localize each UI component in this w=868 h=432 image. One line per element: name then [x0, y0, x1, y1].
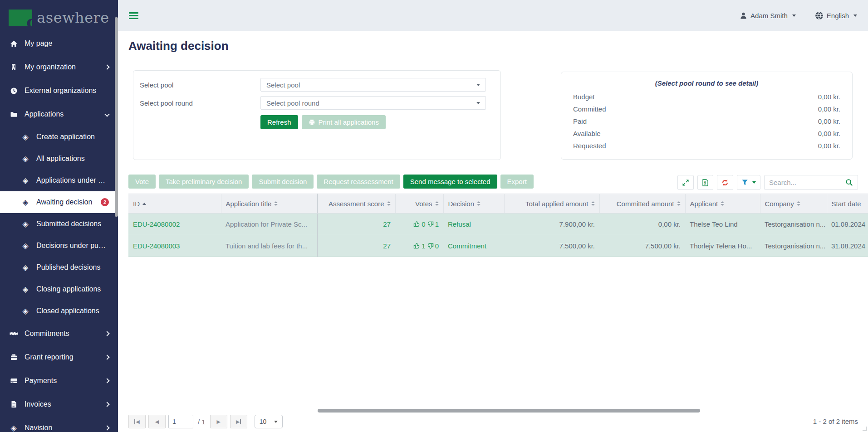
search-icon[interactable]	[845, 179, 853, 186]
sidebar-item-applications-under-assessment[interactable]: ◈ Applications under asse...	[0, 170, 118, 191]
sidebar-item-awaiting-decision[interactable]: ◈ Awaiting decision 2	[0, 191, 118, 213]
sidebar-item-external-organizations[interactable]: External organizations	[0, 79, 118, 102]
send-message-to-selected-button[interactable]: Send message to selected	[403, 175, 497, 189]
budget-label: Budget	[573, 93, 595, 101]
sidebar-item-closed-applications[interactable]: ◈ Closed applications	[0, 300, 118, 322]
filter-button[interactable]	[737, 175, 760, 190]
sidebar-item-grant-reporting[interactable]: Grant reporting	[0, 345, 118, 369]
menu-toggle-icon[interactable]	[129, 12, 138, 19]
caret-down-icon	[853, 15, 857, 17]
applicant-cell: Thorlejv Telena Ho...	[685, 235, 760, 257]
handshake-icon	[9, 330, 18, 337]
user-name: Adam Smith	[750, 12, 788, 19]
column-header-assessment-score[interactable]: Assessment score	[317, 194, 395, 214]
take-preliminary-decision-button[interactable]: Take preliminary decision	[159, 175, 249, 189]
sidebar-item-payments[interactable]: Payments	[0, 369, 118, 393]
previous-page-button[interactable]: ◀	[148, 415, 166, 428]
column-header-total-applied-amount[interactable]: Total applied amount	[504, 194, 599, 214]
refresh-button[interactable]: Refresh	[260, 115, 298, 129]
globe-icon	[9, 87, 18, 95]
first-page-button[interactable]: ◀	[128, 415, 146, 428]
column-header-decision[interactable]: Decision	[443, 194, 504, 214]
sidebar-item-decisions-under-publishing[interactable]: ◈ Decisions under publish...	[0, 235, 118, 257]
select-pool-label: Select pool	[140, 81, 260, 89]
column-header-application-title[interactable]: Application title	[221, 194, 317, 214]
budget-panel: (Select pool round to see detail) Budget…	[561, 72, 853, 160]
page-number-input[interactable]	[168, 415, 193, 428]
votes-cell: 1 0	[395, 235, 443, 257]
last-page-button[interactable]: ▶	[230, 415, 247, 428]
main-content: Awaiting decision Select pool Select poo…	[118, 31, 868, 432]
sidebar-item-submitted-decisions[interactable]: ◈ Submitted decisions	[0, 213, 118, 235]
sidebar-item-my-page[interactable]: My page	[0, 32, 118, 55]
pagination: ◀ ◀ / 1 ▶ ▶ 10	[128, 415, 283, 428]
refresh-grid-button[interactable]	[717, 175, 733, 190]
sort-icon	[677, 201, 681, 206]
table-row[interactable]: EDU-24080003 Tuition and lab fees for th…	[128, 235, 868, 257]
column-header-id[interactable]: ID	[128, 194, 221, 214]
expand-icon	[682, 179, 689, 186]
sidebar-item-navision[interactable]: ◈ Navision	[0, 416, 118, 432]
submit-decision-button[interactable]: Submit decision	[252, 175, 314, 189]
sidebar-item-applications[interactable]: Applications	[0, 102, 118, 126]
action-bar: Vote Take preliminary decision Submit de…	[128, 175, 534, 189]
horizontal-scrollbar[interactable]	[318, 409, 700, 413]
paid-label: Paid	[573, 117, 587, 125]
printer-icon	[309, 119, 315, 126]
budget-value: 0,00 kr.	[818, 93, 840, 101]
application-id-link[interactable]: EDU-24080002	[128, 214, 221, 235]
expand-button[interactable]	[677, 175, 694, 190]
application-id-link[interactable]: EDU-24080003	[128, 235, 221, 257]
vote-button[interactable]: Vote	[128, 175, 156, 189]
total-applied-amount-cell: 7.500,00 kr.	[504, 235, 599, 257]
filter-panel: Select pool Select pool Select pool roun…	[133, 70, 501, 160]
company-cell: Testorganisation n...	[760, 235, 827, 257]
column-header-votes[interactable]: Votes	[395, 194, 443, 214]
column-header-committed-amount[interactable]: Committed amount	[599, 194, 685, 214]
decision-cell: Commitment	[443, 235, 504, 257]
print-all-applications-button[interactable]: Print all applications	[302, 115, 386, 129]
applications-table: ID Application title Assessment score Vo…	[128, 194, 868, 311]
caret-down-icon	[274, 421, 278, 423]
budget-hint: (Select pool round to see detail)	[573, 79, 840, 87]
invoice-icon	[9, 401, 18, 408]
sort-icon	[591, 201, 595, 206]
sidebar-item-create-application[interactable]: ◈ Create application	[0, 126, 118, 148]
select-pool-dropdown[interactable]: Select pool	[260, 78, 486, 92]
start-date-cell: 01.08.2024	[827, 214, 868, 235]
language-menu[interactable]: English	[815, 11, 857, 20]
folder-icon	[9, 111, 18, 118]
thumb-down-icon	[427, 243, 434, 249]
chevron-right-icon	[104, 425, 109, 430]
topbar: Adam Smith English	[118, 0, 868, 31]
diamond-icon: ◈	[21, 177, 30, 184]
sidebar-item-invoices[interactable]: Invoices	[0, 393, 118, 416]
select-pool-round-dropdown[interactable]: Select pool round	[260, 96, 486, 110]
logo-letter-c: c	[26, 13, 37, 30]
next-page-button[interactable]: ▶	[210, 415, 227, 428]
items-summary: 1 - 2 of 2 items	[813, 417, 858, 425]
excel-export-button[interactable]: x̄	[697, 175, 713, 190]
sidebar-item-all-applications[interactable]: ◈ All applications	[0, 148, 118, 170]
sort-icon	[477, 201, 481, 206]
user-menu[interactable]: Adam Smith	[740, 12, 796, 19]
sidebar-scrollbar[interactable]	[115, 17, 118, 217]
table-row[interactable]: EDU-24080002 Application for Private Sc.…	[128, 214, 868, 235]
column-header-applicant[interactable]: Applicant	[685, 194, 760, 214]
sidebar-item-my-organization[interactable]: My organization	[0, 55, 118, 79]
company-cell: Testorganisation n...	[760, 214, 827, 235]
export-button[interactable]: Export	[500, 175, 534, 189]
resize-grip-icon	[863, 427, 867, 431]
person-icon	[740, 12, 747, 19]
search-input[interactable]	[769, 179, 845, 186]
sidebar-item-closing-applications[interactable]: ◈ Closing applications	[0, 278, 118, 300]
thumb-down-icon	[427, 221, 434, 228]
column-header-company[interactable]: Company	[760, 194, 827, 214]
request-reassessment-button[interactable]: Request reassessment	[317, 175, 400, 189]
sidebar-item-commitments[interactable]: Commitments	[0, 322, 118, 345]
page-size-select[interactable]: 10	[255, 415, 283, 428]
sidebar-item-published-decisions[interactable]: ◈ Published decisions	[0, 257, 118, 278]
sort-icon	[387, 201, 391, 206]
column-header-start-date[interactable]: Start date	[827, 194, 868, 214]
casewhere-logo[interactable]: c asewhere	[0, 0, 118, 32]
